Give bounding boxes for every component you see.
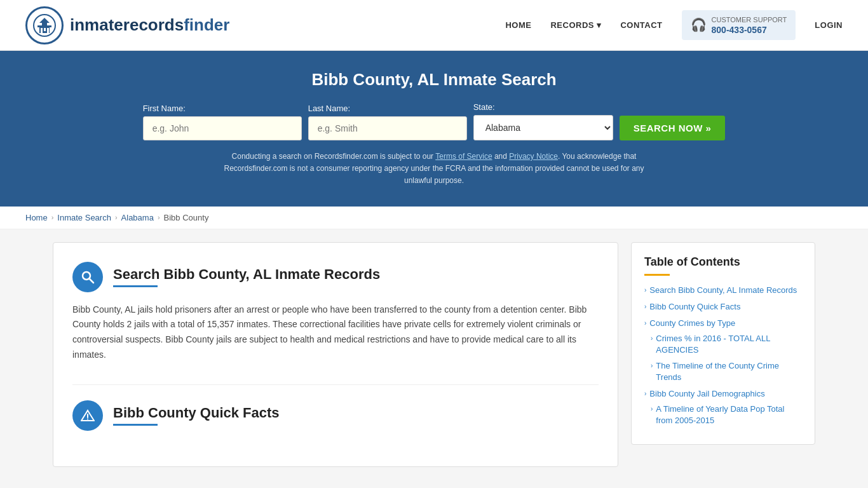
section1-header: Search Bibb County, AL Inmate Records (72, 262, 599, 292)
svg-line-9 (90, 278, 94, 283)
chevron-icon: › (651, 405, 653, 414)
svg-rect-5 (41, 28, 43, 33)
breadcrumb-home[interactable]: Home (25, 213, 48, 222)
svg-rect-6 (44, 28, 46, 31)
sidebar: Table of Contents › Search Bibb County, … (631, 242, 815, 467)
chevron-icon: › (644, 302, 646, 311)
breadcrumb-sep2: › (115, 214, 118, 221)
site-header: inmaterecordsfinder HOME RECORDS ▾ CONTA… (0, 0, 868, 51)
hero-title: Bibb County, AL Inmate Search (25, 70, 843, 90)
toc-underline (644, 274, 670, 276)
search-now-button[interactable]: SEARCH NOW » (620, 116, 726, 140)
breadcrumb-current: Bibb County (164, 213, 209, 222)
last-name-group: Last Name: (308, 104, 467, 140)
toc-sub-list: › Crimes % in 2016 - TOTAL ALL AGENCIES … (651, 333, 802, 383)
breadcrumb: Home › Inmate Search › Alabama › Bibb Co… (0, 207, 868, 229)
privacy-link[interactable]: Privacy Notice (509, 152, 558, 161)
title-underline-2 (113, 424, 158, 426)
toc-sub-item-1: › Crimes % in 2016 - TOTAL ALL AGENCIES (651, 333, 802, 356)
breadcrumb-alabama[interactable]: Alabama (121, 213, 154, 222)
content-area: Search Bibb County, AL Inmate Records Bi… (53, 242, 618, 467)
section1-title-block: Search Bibb County, AL Inmate Records (113, 266, 380, 287)
main-nav: HOME RECORDS ▾ CONTACT 🎧 CUSTOMER SUPPOR… (505, 10, 843, 39)
nav-contact[interactable]: CONTACT (620, 20, 662, 30)
chevron-icon: › (651, 334, 653, 343)
toc-list: › Search Bibb County, AL Inmate Records … (644, 285, 802, 427)
toc-sub-item-3: › A Timeline of Yearly Data Pop Total fr… (651, 403, 802, 426)
svg-point-12 (87, 418, 88, 419)
chevron-icon: › (644, 390, 646, 398)
section-divider (72, 384, 599, 385)
toc-sub-link-1[interactable]: › Crimes % in 2016 - TOTAL ALL AGENCIES (651, 333, 802, 356)
nav-home[interactable]: HOME (505, 20, 531, 30)
state-label: State: (473, 102, 495, 112)
state-group: State: Alabama Alaska Arizona (473, 102, 613, 140)
login-button[interactable]: LOGIN (815, 20, 843, 30)
toc-link-3[interactable]: › County Crimes by Type (644, 318, 802, 329)
toc-box: Table of Contents › Search Bibb County, … (631, 242, 815, 445)
section2-title-block: Bibb County Quick Facts (113, 405, 280, 426)
last-name-input[interactable] (308, 116, 467, 140)
support-label: CUSTOMER SUPPORT (712, 15, 787, 24)
logo-icon (25, 6, 64, 44)
section-quick-facts: Bibb County Quick Facts (72, 400, 599, 447)
toc-sub-link-3[interactable]: › A Timeline of Yearly Data Pop Total fr… (651, 403, 802, 426)
state-select[interactable]: Alabama Alaska Arizona (473, 115, 613, 140)
breadcrumb-sep3: › (158, 214, 160, 221)
chevron-icon: › (651, 362, 653, 370)
toc-item-4: › Bibb County Jail Demographics › A Time… (644, 388, 802, 427)
support-box: 🎧 CUSTOMER SUPPORT 800-433-0567 (682, 10, 796, 39)
toc-link-2[interactable]: › Bibb County Quick Facts (644, 301, 802, 313)
svg-rect-3 (42, 23, 47, 27)
toc-sub-list-2: › A Timeline of Yearly Data Pop Total fr… (651, 403, 802, 426)
toc-item-3: › County Crimes by Type › Crimes % in 20… (644, 318, 802, 383)
warning-icon-circle (72, 400, 103, 431)
svg-rect-7 (47, 28, 49, 33)
section1-body: Bibb County, AL jails hold prisoners aft… (72, 302, 599, 363)
hero-section: Bibb County, AL Inmate Search First Name… (0, 51, 868, 207)
chevron-icon: › (644, 319, 646, 328)
headset-icon: 🎧 (691, 17, 707, 32)
section2-title: Bibb County Quick Facts (113, 405, 280, 421)
first-name-label: First Name: (143, 104, 186, 113)
toc-sub-link-2[interactable]: › The Timeline of the County Crime Trend… (651, 360, 802, 383)
toc-link-4[interactable]: › Bibb County Jail Demographics (644, 388, 802, 400)
toc-item-1: › Search Bibb County, AL Inmate Records (644, 285, 802, 296)
toc-sub-item-2: › The Timeline of the County Crime Trend… (651, 360, 802, 383)
search-form: First Name: Last Name: State: Alabama Al… (25, 102, 843, 140)
breadcrumb-inmate-search[interactable]: Inmate Search (57, 213, 111, 222)
last-name-label: Last Name: (308, 104, 350, 113)
section-inmate-records: Search Bibb County, AL Inmate Records Bi… (72, 262, 599, 369)
logo-area: inmaterecordsfinder (25, 6, 229, 44)
search-icon-circle (72, 262, 103, 292)
breadcrumb-sep1: › (51, 214, 54, 221)
nav-records[interactable]: RECORDS ▾ (550, 20, 601, 30)
toc-link-1[interactable]: › Search Bibb County, AL Inmate Records (644, 285, 802, 296)
chevron-down-icon: ▾ (597, 20, 602, 30)
toc-title: Table of Contents (644, 255, 802, 269)
toc-item-2: › Bibb County Quick Facts (644, 301, 802, 313)
first-name-group: First Name: (143, 104, 302, 140)
main-container: Search Bibb County, AL Inmate Records Bi… (27, 242, 841, 467)
section1-title: Search Bibb County, AL Inmate Records (113, 266, 380, 283)
logo-text: inmaterecordsfinder (70, 15, 229, 35)
title-underline (113, 285, 158, 287)
first-name-input[interactable] (143, 116, 302, 140)
chevron-icon: › (644, 286, 646, 295)
support-number: 800-433-0567 (712, 25, 787, 35)
support-info: CUSTOMER SUPPORT 800-433-0567 (712, 15, 787, 34)
tos-link[interactable]: Terms of Service (435, 152, 492, 161)
disclaimer-text: Conducting a search on Recordsfinder.com… (212, 151, 656, 187)
section2-header: Bibb County Quick Facts (72, 400, 599, 431)
